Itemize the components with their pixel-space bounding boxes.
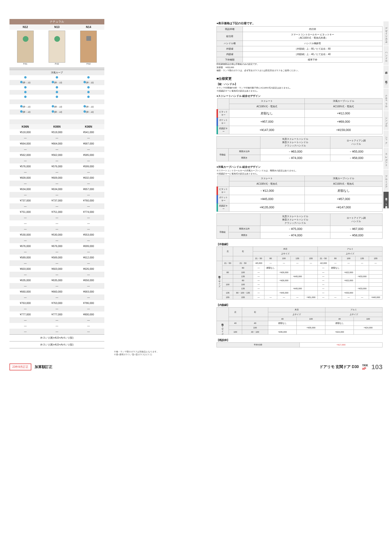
price-cell: ¥612,000 xyxy=(73,255,104,260)
revision-text: 加算額訂正 xyxy=(35,365,52,369)
price-cell: — xyxy=(41,169,72,175)
price-cell: ¥603,000 xyxy=(41,266,72,272)
price-cell: — xyxy=(41,323,72,329)
gaku-out-title: 【外額縁】 xyxy=(216,242,383,246)
door-decoration xyxy=(86,36,91,41)
gaku-in-table: 左右木目アルミ上サイズ上サイズ4010040100内額たてサイズ4040差額なし… xyxy=(216,307,383,335)
sidebar-tab[interactable]: シンプル xyxy=(384,111,389,130)
price-cell: ¥699,000 xyxy=(73,243,104,249)
price-cell: — xyxy=(41,135,72,141)
manual-table-2: 丸型ストレートハンドル 角型ストレートハンドル クラシックハンドルロートアイアン… xyxy=(216,213,383,239)
door-image-n14 xyxy=(80,31,97,63)
price-cell: — xyxy=(9,135,41,141)
sidebar-tab[interactable]: ナチュラル xyxy=(384,89,389,110)
spec-notes: 防犯建物部品仕様は手動錠のみの設定です。加算額 +¥33,000袖部・ランマ部の… xyxy=(216,63,383,72)
price-cell: ¥553,000 xyxy=(73,232,104,238)
door-decoration xyxy=(23,36,29,42)
price-cell: — xyxy=(73,323,104,329)
price-cell: — xyxy=(73,220,104,226)
price-cell: — xyxy=(73,215,104,220)
price-cell: ¥562,000 xyxy=(41,152,72,158)
price-cell: — xyxy=(9,238,41,243)
kisetsu-table: 半外付枠 +¥17,000 xyxy=(216,342,383,347)
price-table: ¥518,000¥518,000¥541,000———¥664,000¥664,… xyxy=(9,129,104,334)
price-cell: — xyxy=(41,215,72,220)
price-cell: ¥777,000 xyxy=(9,312,41,317)
price-cell: — xyxy=(9,192,41,198)
price-cell: — xyxy=(73,283,104,289)
right-column: ●表示価格は下記の仕様です。 既設枠種内付枠錠仕様スマートコントロールキー ピタ… xyxy=(216,19,383,348)
kisetsu-label: 半外付枠 xyxy=(217,342,300,347)
spec-title: ●表示価格は下記の仕様です。 xyxy=(216,21,383,25)
col-n13: N13 xyxy=(41,24,72,30)
page-number: 103 xyxy=(371,363,383,371)
price-cell: — xyxy=(73,226,104,232)
price-cell: ¥660,000 xyxy=(41,289,72,294)
sidebar-tab[interactable]: 商品紹介 xyxy=(384,66,389,74)
dot-icon xyxy=(24,86,27,88)
price-cell: — xyxy=(73,306,104,312)
sidebar-tab[interactable]: ハンドル xyxy=(384,46,389,65)
price-cell: — xyxy=(9,306,41,312)
kisetsu-value: +¥17,000 xyxy=(299,342,383,347)
straight-title: ●ストレートハンドル 組合せデザイン xyxy=(216,94,383,98)
price-cell: ¥635,000 xyxy=(41,278,72,283)
price-cell: ¥562,000 xyxy=(9,152,41,158)
sidebar-tab[interactable]: エレガント xyxy=(384,148,389,169)
price-cell: — xyxy=(9,181,41,186)
price-cell: ¥800,000 xyxy=(73,312,104,317)
price-cell: — xyxy=(41,203,72,209)
price-cell: ¥751,000 xyxy=(9,209,41,215)
price-cell: — xyxy=(73,260,104,266)
sidebar-tab[interactable]: 断熱ドア xyxy=(384,74,389,88)
price-cell: — xyxy=(9,226,41,232)
dot-icon xyxy=(52,105,54,108)
price-cell: ¥530,000 xyxy=(41,232,72,238)
col-n14: N14 xyxy=(73,24,104,30)
price-cell: ¥751,000 xyxy=(41,209,72,215)
glass-spec-1: 外:3ミリ(透)+A15+内:4ミリ(型) xyxy=(9,334,104,341)
price-cell: — xyxy=(73,329,104,334)
price-cell: — xyxy=(9,203,41,209)
sidebar-tab[interactable]: シック xyxy=(384,131,389,147)
price-cell: — xyxy=(73,203,104,209)
curve-title: ●洋風カーブハンドル 組合せデザイン xyxy=(216,165,383,169)
curve-notes: ※スマートコントロールキーの洋風カーブハンドルは、両開きの設定はありません。※顔… xyxy=(216,169,383,175)
price-cell: — xyxy=(41,192,72,198)
price-cell: — xyxy=(9,329,41,334)
price-cell: — xyxy=(41,283,72,289)
product-name: ドアリモ 玄関ドア D30 xyxy=(320,365,359,369)
price-cell: ¥632,000 xyxy=(73,175,104,181)
sidebar-tab[interactable]: アルミドア xyxy=(384,170,389,191)
door-image-n13 xyxy=(49,31,65,63)
revision-box: 23年9月訂正 xyxy=(9,364,31,370)
price-cell: — xyxy=(9,294,41,300)
dot-matrix-table: (枠：JJ)(枠：JJ)(枠：JJ) (枠：JJ)(枠：JJ)(枠：JJ) (枠… xyxy=(9,75,104,124)
price-cell: ¥530,000 xyxy=(9,232,41,238)
price-cell: ¥676,000 xyxy=(9,243,41,249)
price-cell: — xyxy=(41,317,72,323)
price-cell: ¥609,000 xyxy=(9,175,41,181)
price-cell: ¥676,000 xyxy=(41,243,72,249)
left-column: ナチュラル N12 N13 N14 P.61 P.62 P.62 洋風カーブ (… xyxy=(9,19,104,348)
gaku-out-table: 左右木目アルミ上サイズ上サイズ21・508010013515521・508010… xyxy=(216,247,383,299)
kisetsu-title: 【既設枠】 xyxy=(216,338,383,342)
combi-table-2: ストレート洋風カーブハンドルAC100V式・電池式AC100V式・電池式ピタット… xyxy=(216,175,383,212)
price-cell: ¥664,000 xyxy=(9,141,41,146)
dot-icon xyxy=(20,105,22,108)
lock-sub: 【錠・ハンドル】 xyxy=(216,82,383,86)
sidebar-tab[interactable]: デザイン・カラー xyxy=(384,21,389,45)
door-image-n12 xyxy=(17,31,34,63)
dot-icon xyxy=(56,76,58,79)
price-cell: ¥763,000 xyxy=(9,300,41,306)
price-cell: ¥763,000 xyxy=(41,300,72,306)
sidebar-tab[interactable]: 基本セット価格表 xyxy=(384,192,389,208)
combi-table-1: ストレート洋風カーブハンドルAC100V式・電池式AC100V式・電池式ピタット… xyxy=(216,98,383,134)
price-cell: — xyxy=(9,317,41,323)
price-cell: ¥603,000 xyxy=(9,266,41,272)
price-cell: ¥657,000 xyxy=(73,186,104,192)
price-cell: — xyxy=(41,238,72,243)
dot-icon xyxy=(84,81,86,83)
dot-icon xyxy=(87,96,90,98)
price-cell: — xyxy=(73,272,104,278)
